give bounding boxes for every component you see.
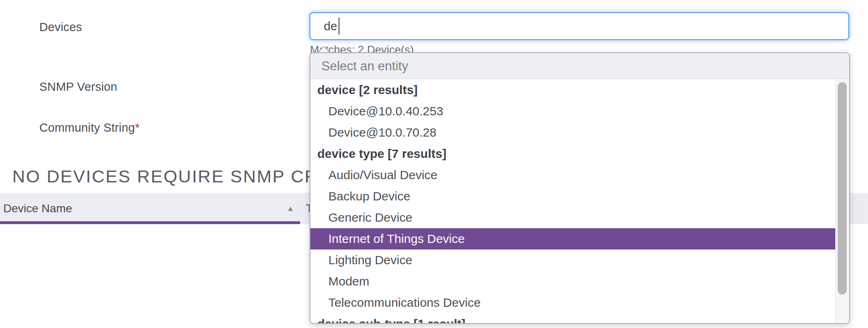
dropdown-group-header: device sub-type [1 result] — [310, 313, 835, 324]
table-header-device-name[interactable]: Device Name ▲ — [0, 193, 300, 224]
community-string-label-text: Community String — [39, 121, 135, 134]
text-cursor — [339, 18, 339, 35]
community-string-field-label: Community String* — [39, 121, 140, 135]
sorted-column-indicator — [0, 221, 300, 224]
dropdown-title: Select an entity — [310, 53, 849, 79]
dropdown-group-header: device type [7 results] — [310, 143, 835, 164]
dropdown-item[interactable]: Modem — [310, 271, 835, 292]
dropdown-item[interactable]: Device@10.0.40.253 — [310, 101, 835, 122]
dropdown-scrollbar-track[interactable] — [835, 79, 849, 323]
entity-autocomplete-dropdown: Select an entity device [2 results]Devic… — [310, 52, 850, 324]
dropdown-item[interactable]: Device@10.0.70.28 — [310, 122, 835, 143]
snmp-version-field-label: SNMP Version — [39, 80, 117, 94]
dropdown-item[interactable]: Lighting Device — [310, 249, 835, 271]
dropdown-item[interactable]: Generic Device — [310, 207, 835, 228]
dropdown-item[interactable]: Backup Device — [310, 186, 835, 207]
dropdown-results-list: device [2 results]Device@10.0.40.253Devi… — [310, 79, 849, 324]
dropdown-item[interactable]: Audio/Visual Device — [310, 164, 835, 186]
device-name-column-label: Device Name — [3, 193, 72, 224]
sort-ascending-icon[interactable]: ▲ — [287, 193, 294, 224]
dropdown-group-header: device [2 results] — [310, 79, 835, 101]
dropdown-item[interactable]: Telecommunications Device — [310, 292, 835, 313]
devices-field-label: Devices — [39, 20, 82, 34]
devices-search-input[interactable] — [310, 12, 849, 40]
required-asterisk: * — [135, 121, 140, 134]
dropdown-scrollbar-thumb[interactable] — [838, 82, 847, 294]
dropdown-item[interactable]: Internet of Things Device — [310, 228, 835, 249]
